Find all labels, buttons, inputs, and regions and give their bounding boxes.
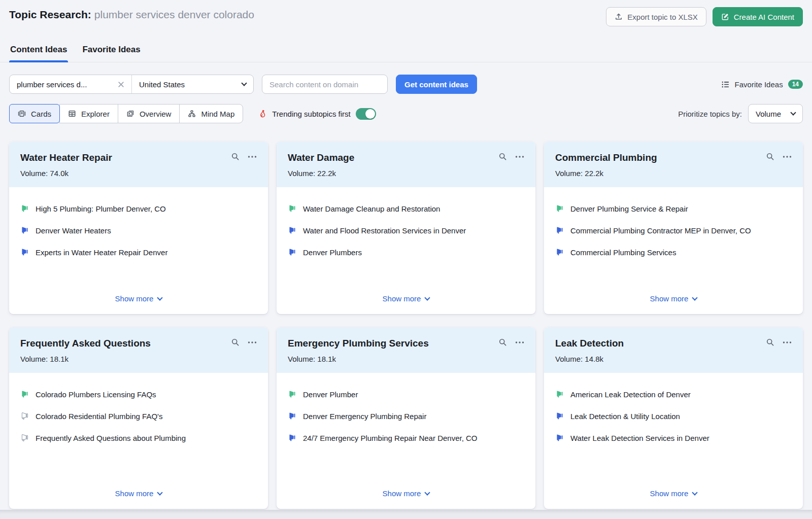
content-idea-item[interactable]: 24/7 Emergency Plumbing Repair Near Denv… xyxy=(288,434,524,443)
chevron-down-icon xyxy=(157,490,163,495)
megaphone-icon xyxy=(555,248,563,256)
megaphone-icon xyxy=(288,411,296,420)
more-options-icon[interactable] xyxy=(783,341,792,344)
search-topic-icon[interactable] xyxy=(766,152,774,161)
megaphone-icon xyxy=(20,390,28,398)
content-idea-item[interactable]: Frequently Asked Questions about Plumbin… xyxy=(20,434,257,443)
show-more-label: Show more xyxy=(115,294,154,303)
show-more-link[interactable]: Show more xyxy=(383,485,430,503)
topic-card-header: Leak DetectionVolume: 14.8k xyxy=(544,327,803,373)
content-idea-item[interactable]: Colorado Plumbers Licensing FAQs xyxy=(20,390,257,400)
more-options-icon[interactable] xyxy=(248,341,257,344)
tab-favorite-ideas[interactable]: Favorite Ideas xyxy=(81,42,141,62)
content-idea-item[interactable]: Denver Emergency Plumbing Repair xyxy=(288,412,524,422)
view-cards-button[interactable]: Cards xyxy=(9,104,60,123)
more-options-icon[interactable] xyxy=(515,341,524,344)
view-overview-button[interactable]: Overview xyxy=(118,104,180,123)
content-idea-item[interactable]: Water Damage Cleanup and Restoration xyxy=(288,204,524,214)
content-idea-item[interactable]: Water and Flood Restoration Services in … xyxy=(288,226,524,236)
page-title-label: Topic Research: xyxy=(9,9,91,20)
upload-icon xyxy=(615,13,623,21)
show-more-link[interactable]: Show more xyxy=(383,290,430,308)
bottom-scroll-edge xyxy=(0,510,812,519)
megaphone-icon xyxy=(20,433,28,441)
more-options-icon[interactable] xyxy=(515,155,524,158)
show-more-label: Show more xyxy=(650,489,689,498)
domain-search-input[interactable] xyxy=(262,75,388,94)
content-idea-text: 24/7 Emergency Plumbing Repair Near Denv… xyxy=(303,434,478,443)
topic-card-body: Denver Plumbing Service & RepairCommerci… xyxy=(544,187,803,314)
content-idea-text: Denver Plumbers xyxy=(303,248,362,258)
view-explorer-label: Explorer xyxy=(81,110,110,118)
show-more-label: Show more xyxy=(650,294,689,303)
content-idea-item[interactable]: Leak Detection & Utility Location xyxy=(555,412,792,422)
content-idea-item[interactable]: Commercial Plumbing Contractor MEP in De… xyxy=(555,226,792,236)
more-options-icon[interactable] xyxy=(783,155,792,158)
megaphone-icon xyxy=(555,204,563,212)
content-idea-text: Commercial Plumbing Contractor MEP in De… xyxy=(570,226,751,236)
topic-card-title: Frequently Asked Questions xyxy=(20,338,151,349)
content-idea-item[interactable]: Colorado Residential Plumbing FAQ's xyxy=(20,412,257,422)
content-idea-item[interactable]: Denver Water Heaters xyxy=(20,226,257,236)
chevron-down-icon xyxy=(692,490,698,495)
megaphone-icon xyxy=(555,390,563,398)
megaphone-icon xyxy=(288,433,296,441)
megaphone-icon xyxy=(20,204,28,212)
chevron-down-icon xyxy=(157,295,163,300)
content-idea-text: Denver Plumbing Service & Repair xyxy=(570,204,688,214)
trending-subtopics-toggle[interactable] xyxy=(356,108,376,120)
get-content-ideas-button[interactable]: Get content ideas xyxy=(396,75,477,94)
topic-card-title: Leak Detection xyxy=(555,338,624,349)
show-more-link[interactable]: Show more xyxy=(115,485,162,503)
content-idea-text: Water Damage Cleanup and Restoration xyxy=(303,204,440,214)
page-title: Topic Research:plumber services denver c… xyxy=(9,7,254,22)
create-ai-content-button[interactable]: Create AI Content xyxy=(713,7,803,26)
tab-bar: Content Ideas Favorite Ideas xyxy=(0,42,812,62)
content-idea-item[interactable]: High 5 Plumbing: Plumber Denver, CO xyxy=(20,204,257,214)
search-topic-icon[interactable] xyxy=(498,152,507,161)
clear-topic-icon[interactable] xyxy=(118,81,124,88)
search-topic-icon[interactable] xyxy=(498,338,507,347)
content-idea-text: Leak Detection & Utility Location xyxy=(570,412,680,422)
content-idea-item[interactable]: Denver Plumbers xyxy=(288,248,524,258)
favorite-ideas-link[interactable]: Favorite Ideas 14 xyxy=(721,80,803,89)
export-xlsx-button[interactable]: Export topic to XLSX xyxy=(606,7,706,26)
search-topic-icon[interactable] xyxy=(231,152,240,161)
megaphone-icon xyxy=(288,390,296,398)
view-mindmap-button[interactable]: Mind Map xyxy=(179,104,243,123)
more-options-icon[interactable] xyxy=(248,155,257,158)
country-select[interactable]: United States xyxy=(131,75,253,93)
table-icon xyxy=(68,110,76,118)
topic-card-title: Water Heater Repair xyxy=(20,152,112,163)
content-idea-item[interactable]: Water Leak Detection Services in Denver xyxy=(555,434,792,443)
view-explorer-button[interactable]: Explorer xyxy=(59,104,118,123)
content-idea-text: Denver Plumber xyxy=(303,390,358,400)
list-icon xyxy=(721,80,730,89)
content-idea-text: Water and Flood Restoration Services in … xyxy=(303,226,466,236)
show-more-label: Show more xyxy=(115,489,154,498)
show-more-link[interactable]: Show more xyxy=(115,290,162,308)
megaphone-icon xyxy=(288,248,296,256)
tab-content-ideas[interactable]: Content Ideas xyxy=(9,42,68,62)
content-idea-item[interactable]: Denver Plumbing Service & Repair xyxy=(555,204,792,214)
show-more-link[interactable]: Show more xyxy=(650,485,697,503)
content-idea-text: Experts in Water Heater Repair Denver xyxy=(36,248,167,258)
content-idea-text: Denver Emergency Plumbing Repair xyxy=(303,412,426,422)
megaphone-icon xyxy=(20,248,28,256)
megaphone-icon xyxy=(555,411,563,420)
megaphone-icon xyxy=(555,226,563,234)
content-idea-item[interactable]: Experts in Water Heater Repair Denver xyxy=(20,248,257,258)
content-idea-item[interactable]: Denver Plumber xyxy=(288,390,524,400)
content-idea-item[interactable]: American Leak Detection of Denver xyxy=(555,390,792,400)
topic-card-volume: Volume: 22.2k xyxy=(288,169,524,178)
content-idea-item[interactable]: Commercial Plumbing Services xyxy=(555,248,792,258)
search-topic-icon[interactable] xyxy=(766,338,774,347)
topic-card: Leak DetectionVolume: 14.8kAmerican Leak… xyxy=(544,327,803,509)
topic-input[interactable]: plumber services d... xyxy=(10,75,131,93)
show-more-link[interactable]: Show more xyxy=(650,290,697,308)
topic-card-header: Emergency Plumbing ServicesVolume: 18.1k xyxy=(277,327,535,373)
sort-select[interactable]: Volume xyxy=(748,104,803,123)
topic-card-header: Water Heater RepairVolume: 74.0k xyxy=(9,142,268,187)
content-idea-text: American Leak Detection of Denver xyxy=(570,390,691,400)
search-topic-icon[interactable] xyxy=(231,338,240,347)
